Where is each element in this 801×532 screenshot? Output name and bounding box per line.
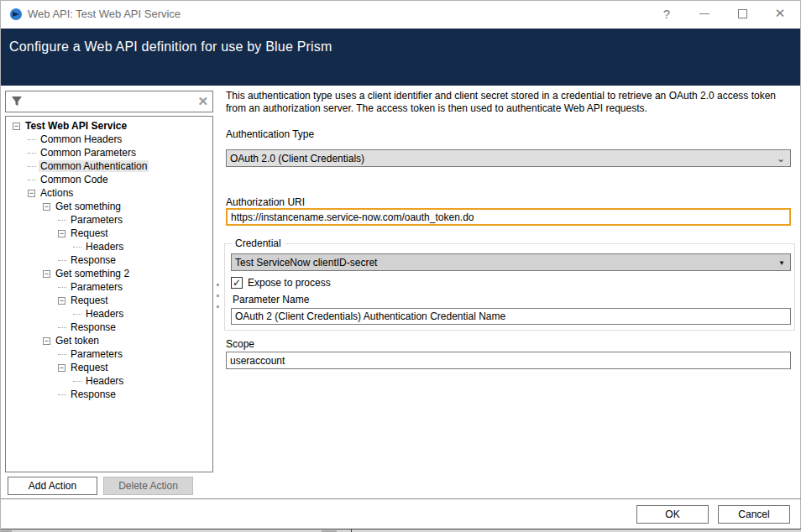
- splitter-grip[interactable]: [217, 295, 219, 297]
- tree-node-common-authentication[interactable]: Common Authentication: [6, 159, 212, 173]
- maximize-icon[interactable]: [728, 1, 756, 26]
- collapse-icon[interactable]: −: [43, 203, 50, 211]
- collapse-icon[interactable]: −: [28, 190, 35, 197]
- minimize-icon[interactable]: [690, 1, 719, 26]
- splitter-grip[interactable]: [217, 305, 219, 308]
- tree-filter-box: ✕: [5, 91, 213, 112]
- tree-node-response[interactable]: Response: [6, 321, 212, 334]
- collapse-icon[interactable]: −: [13, 123, 20, 130]
- tree-node-get-something-2[interactable]: −Get something 2: [6, 267, 212, 280]
- tree-node-common-code[interactable]: Common Code: [6, 173, 212, 186]
- tree-node-parameters[interactable]: Parameters: [6, 280, 212, 294]
- expose-to-process-checkbox[interactable]: ✓: [231, 277, 243, 289]
- credential-value: Test ServiceNow clientID-secret: [235, 257, 377, 269]
- tree-node-actions[interactable]: −Actions: [6, 186, 212, 200]
- collapse-icon[interactable]: −: [58, 230, 65, 237]
- footer-divider: [1, 498, 801, 499]
- close-icon[interactable]: ✕: [766, 1, 794, 26]
- tree-node-headers[interactable]: Headers: [6, 374, 212, 388]
- auth-description-text: This authentication type uses a client i…: [226, 90, 793, 115]
- parameter-name-label: Parameter Name: [233, 294, 309, 305]
- scope-label: Scope: [226, 338, 254, 350]
- filter-clear-icon[interactable]: ✕: [197, 94, 208, 109]
- ok-button[interactable]: OK: [636, 505, 709, 524]
- tree-node-response[interactable]: Response: [6, 253, 212, 267]
- expose-to-process-row: ✓ Expose to process: [231, 277, 331, 289]
- tree-node-headers[interactable]: Headers: [6, 307, 212, 321]
- dialog-header-title: Configure a Web API definition for use b…: [9, 39, 332, 55]
- tree-node-get-token[interactable]: −Get token: [6, 334, 212, 347]
- collapse-icon[interactable]: −: [43, 337, 50, 345]
- expose-to-process-label: Expose to process: [248, 277, 331, 289]
- tree-node-common-parameters[interactable]: Common Parameters: [6, 146, 212, 159]
- credential-dropdown[interactable]: Test ServiceNow clientID-secret ▼: [231, 253, 791, 271]
- cancel-button[interactable]: Cancel: [718, 505, 790, 524]
- add-action-button[interactable]: Add Action: [8, 477, 97, 495]
- collapse-icon[interactable]: −: [58, 297, 65, 305]
- titlebar: Web API: Test Web API Service ? ✕: [1, 1, 800, 29]
- tree-node-headers[interactable]: Headers: [6, 240, 212, 253]
- collapse-icon[interactable]: −: [58, 364, 65, 372]
- authorization-uri-input[interactable]: [226, 208, 791, 226]
- definition-tree: −Test Web API Service Common Headers Com…: [5, 116, 213, 472]
- tree-node-request[interactable]: −Request: [6, 227, 212, 240]
- authentication-type-value: OAuth 2.0 (Client Credentials): [230, 153, 364, 164]
- window-bottom-edge: [1, 529, 801, 532]
- dialog-header: Configure a Web API definition for use b…: [1, 29, 800, 86]
- collapse-icon[interactable]: −: [43, 270, 50, 278]
- splitter-grip[interactable]: [217, 284, 219, 286]
- parameter-name-input[interactable]: [231, 308, 791, 325]
- filter-funnel-icon: [11, 96, 23, 107]
- help-icon[interactable]: ?: [652, 1, 681, 26]
- tree-node-root[interactable]: −Test Web API Service: [6, 119, 212, 133]
- tree-node-request[interactable]: −Request: [6, 294, 212, 307]
- blue-prism-logo-icon: [9, 8, 23, 21]
- authentication-type-dropdown[interactable]: OAuth 2.0 (Client Credentials) ⌄: [226, 149, 791, 167]
- tree-node-response[interactable]: Response: [6, 388, 212, 401]
- delete-action-button[interactable]: Delete Action: [103, 477, 193, 495]
- authentication-type-label: Authentication Type: [226, 128, 314, 140]
- authorization-uri-label: Authorization URI: [226, 196, 305, 208]
- chevron-down-icon: ⌄: [777, 153, 785, 164]
- tree-node-parameters[interactable]: Parameters: [6, 213, 212, 227]
- window-title: Web API: Test Web API Service: [28, 8, 181, 20]
- tree-node-request[interactable]: −Request: [6, 361, 212, 374]
- web-api-config-window: Web API: Test Web API Service ? ✕ Config…: [0, 0, 801, 532]
- tree-filter-input[interactable]: [26, 93, 191, 110]
- tree-node-common-headers[interactable]: Common Headers: [6, 133, 212, 146]
- tree-node-get-something[interactable]: −Get something: [6, 200, 212, 213]
- tree-node-parameters[interactable]: Parameters: [6, 347, 212, 361]
- dropdown-arrow-icon: ▼: [778, 259, 785, 267]
- credential-legend: Credential: [232, 237, 285, 249]
- scope-input[interactable]: [226, 352, 791, 369]
